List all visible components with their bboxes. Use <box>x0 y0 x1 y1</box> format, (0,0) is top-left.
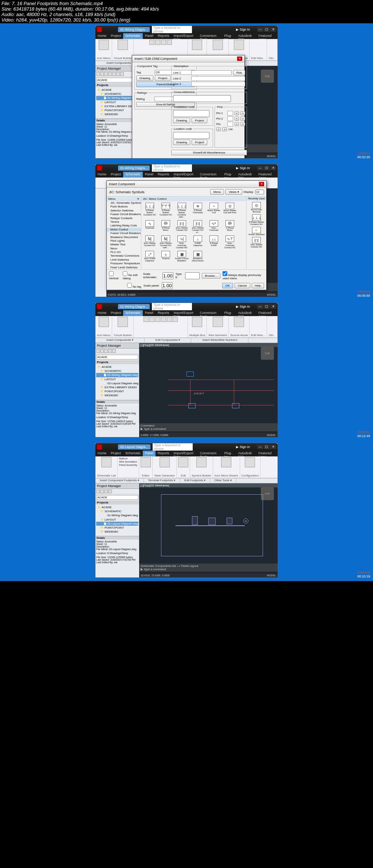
help-button[interactable]: Help <box>252 283 264 288</box>
layout-canvas[interactable]: [-][Top][2D Wireframe] TOP M Schematic C… <box>139 483 278 577</box>
footprint-2[interactable] <box>208 518 216 525</box>
browse-button[interactable]: Browse... <box>202 273 220 279</box>
footprint-1[interactable] <box>192 516 198 525</box>
symbol-grid: ⊥⊥⊥3 Phase Starter Contacts NO ⊤⊤⊤3 Phas… <box>141 201 246 263</box>
document-tab[interactable]: 01-Wiring Diagra... <box>118 166 150 171</box>
wire-numbers-icon[interactable] <box>213 40 223 50</box>
edit-comp-icon[interactable] <box>149 40 154 45</box>
tab-home[interactable]: Home <box>95 33 109 39</box>
meta-audio: Audio: aac, 48000 Hz, 2 channels, s16, 1… <box>1 12 372 17</box>
maximize-button[interactable]: ▢ <box>264 27 270 32</box>
show-misc-button[interactable]: Show/Edit Miscellaneous <box>171 150 247 155</box>
tab-a360[interactable]: Autodesk 360 <box>236 33 256 39</box>
always-check[interactable] <box>223 271 227 276</box>
tab-import-export[interactable]: Import/Export Data <box>172 33 198 39</box>
dialog-title: Insert / Edit Child Component <box>134 57 177 61</box>
search-input[interactable]: Type a keyword or phrase <box>152 164 192 172</box>
meta-size: Size: 63418718 bytes (60.48 MiB), durati… <box>1 6 372 12</box>
minimize-button[interactable]: — <box>257 27 263 32</box>
scale-schematic-input[interactable] <box>162 272 173 279</box>
symbol-tree[interactable]: JIC: Schematic SymbolsPush ButtonsSelect… <box>107 201 141 269</box>
signin-link[interactable]: ▶ Sign In <box>236 28 250 31</box>
vertical-check[interactable] <box>109 271 114 276</box>
dialog-title: Insert Component <box>109 182 135 186</box>
meta-video: Video: h264, yuv420p, 1280x720, 301 kb/s… <box>1 17 372 23</box>
xref-input[interactable] <box>173 95 231 102</box>
footprint-motor[interactable]: M <box>243 518 248 523</box>
tab-panel[interactable]: Panel <box>143 451 156 456</box>
titlebar: 01-Wiring Diagra... Type a keyword or ph… <box>95 26 278 33</box>
circuit-builder-icon[interactable] <box>118 40 128 50</box>
noedit-check[interactable] <box>123 271 127 276</box>
line1-input[interactable] <box>191 70 232 75</box>
type-input[interactable] <box>185 272 200 279</box>
app-logo-icon <box>97 27 102 32</box>
tab-plugins[interactable]: Plug-Ins <box>222 33 236 39</box>
close-button[interactable]: ✕ <box>270 27 276 32</box>
dialog-close-button[interactable]: ✕ <box>259 182 264 186</box>
ok-button[interactable]: OK <box>222 283 233 288</box>
source-arrow-icon[interactable] <box>234 40 244 50</box>
drawing-canvas[interactable]: [-][Top][2D Wireframe] TOP AYE/AYT Comma… <box>139 343 278 437</box>
menu-close-icon[interactable]: ✕ <box>137 197 140 201</box>
footprint-3[interactable] <box>227 518 232 524</box>
component-m1[interactable] <box>186 371 194 377</box>
jic-label: JIC: Schematic Symbols <box>109 190 209 194</box>
views-button[interactable]: Views ▾ <box>225 189 242 195</box>
loc-input[interactable] <box>173 132 209 139</box>
menu-button[interactable]: Menu <box>210 189 224 195</box>
cancel-button[interactable]: Cancel <box>235 283 250 288</box>
display-input[interactable] <box>255 190 264 194</box>
inst-input[interactable] <box>173 110 209 117</box>
component-ol[interactable] <box>232 403 239 408</box>
tab-project[interactable]: Project <box>109 33 123 39</box>
model-tab[interactable]: MODEL <box>267 155 276 157</box>
viewcube[interactable]: TOP <box>261 70 274 83</box>
tab-reports[interactable]: Reports <box>156 33 172 39</box>
meta-file: File: 7. 16 Panel Footprints from Schema… <box>1 1 372 6</box>
drawing-button[interactable]: Drawing <box>136 75 153 81</box>
notag-check[interactable] <box>127 283 132 288</box>
symbol-item[interactable]: ⊥⊥⊥3 Phase Starter Contacts NO <box>143 203 157 218</box>
pin2-input[interactable] <box>227 116 233 121</box>
dialog-close-button[interactable]: ✕ <box>237 57 242 61</box>
tab-panel[interactable]: Panel <box>143 33 156 39</box>
pin-input[interactable] <box>227 122 233 126</box>
insert-edit-child-dialog: Insert / Edit Child Component✕ Component… <box>132 55 245 159</box>
app-logo-icon <box>97 166 102 171</box>
scale-panel-input[interactable] <box>162 282 173 289</box>
pick-button[interactable]: Pick <box>233 70 245 75</box>
pin1-input[interactable] <box>227 111 233 116</box>
line2-input[interactable] <box>191 76 245 81</box>
tab-conversion[interactable]: Conversion Tools <box>198 33 222 39</box>
component-cr[interactable] <box>188 403 196 408</box>
multi-bus-icon[interactable] <box>192 40 202 50</box>
insert-component-dialog: Insert Component✕ JIC: Schematic Symbols… <box>106 180 267 290</box>
ribbon-tabs: Home Project Schematic Panel Reports Imp… <box>95 33 278 39</box>
titlebar: 01-Wiring Diagra... Type a keyword or ph… <box>95 164 278 172</box>
tab-schematic[interactable]: Schematic <box>123 33 143 39</box>
tab-apps[interactable]: Featured Apps <box>256 33 278 39</box>
line3-input[interactable] <box>191 82 245 86</box>
document-tab[interactable]: 01-Wiring Diagra... <box>118 27 150 32</box>
project-button[interactable]: Project <box>155 75 170 81</box>
signin-link[interactable]: ▶ Sign In <box>236 166 250 170</box>
icon-menu-icon[interactable] <box>99 40 109 50</box>
search-input[interactable]: Type a keyword or phrase <box>152 26 192 34</box>
